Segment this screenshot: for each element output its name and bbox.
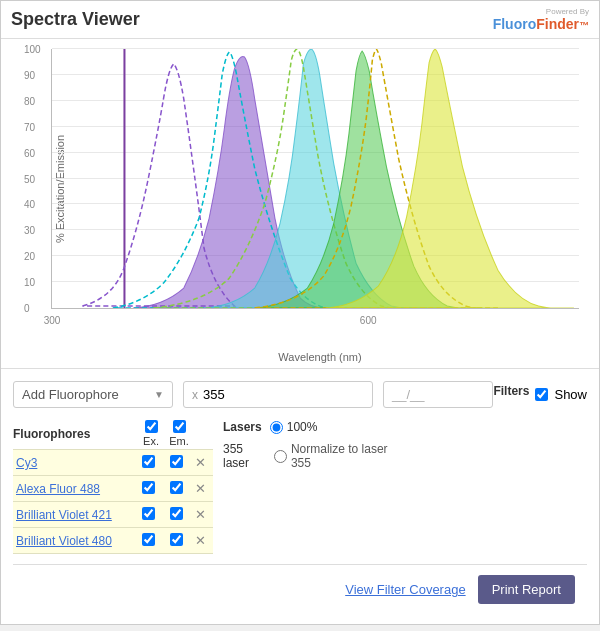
cy3-remove-button[interactable]: ✕ (190, 455, 210, 470)
filters-top-area: __/__ Filters Show (383, 381, 587, 408)
y-tick-0: 0 (24, 303, 30, 314)
y-tick-20: 20 (24, 251, 35, 262)
powered-by-label: Powered By (546, 7, 589, 16)
em-all-checkbox[interactable] (173, 420, 186, 433)
lasers-header: Lasers 100% (223, 420, 393, 434)
filters-placeholder: __/__ (392, 387, 425, 402)
percent-label: 100% (287, 420, 318, 434)
chart-area: % Excitation/Emission 100 90 80 70 60 50… (1, 39, 599, 369)
ex-label: Ex. (137, 435, 165, 447)
add-fluorophore-label: Add Fluorophore (22, 387, 119, 402)
filters-label: Filters (493, 384, 529, 398)
cy3-em-checkbox[interactable] (170, 455, 183, 468)
y-tick-90: 90 (24, 69, 35, 80)
logo-finder: Finder (536, 16, 579, 32)
fluoro-name-cy3[interactable]: Cy3 (16, 456, 37, 470)
fluoro-name-bv480[interactable]: Brilliant Violet 480 (16, 534, 112, 548)
ex-col-header: Ex. (137, 420, 165, 447)
filters-show-checkbox[interactable] (535, 388, 548, 401)
fluoro-row-cy3: Cy3 ✕ (13, 449, 213, 475)
y-tick-30: 30 (24, 225, 35, 236)
controls-top-row: Add Fluorophore ▼ x __/__ Filters Show (13, 381, 587, 408)
print-report-button[interactable]: Print Report (478, 575, 575, 604)
chart-inner: 100 90 80 70 60 50 40 30 20 10 (51, 49, 579, 309)
controls-main-row: Fluorophores Ex. Em. Cy3 (13, 420, 587, 554)
spectra-svg (52, 49, 579, 308)
fluorophores-col-header: Fluorophores (13, 427, 90, 441)
filters-show-area: Filters Show (493, 384, 587, 406)
laser-355-row: 355 laser Normalize to laser 355 (223, 442, 393, 470)
laser-x-label: x (192, 388, 198, 402)
controls-area: Add Fluorophore ▼ x __/__ Filters Show (1, 369, 599, 624)
x-axis-label: Wavelength (nm) (51, 351, 589, 363)
logo-tm: ™ (579, 20, 589, 31)
laser-355-value: 355 laser (223, 442, 266, 470)
percent-radio-area: 100% (270, 420, 318, 434)
normalize-radio-area: Normalize to laser 355 (274, 442, 393, 470)
header: Spectra Viewer Powered By FluoroFinder™ (1, 1, 599, 39)
bv421-em-checkbox[interactable] (170, 507, 183, 520)
y-tick-10: 10 (24, 277, 35, 288)
fluoro-col-headers: Fluorophores Ex. Em. (13, 420, 213, 447)
percent-radio[interactable] (270, 421, 283, 434)
alexa488-ex-checkbox[interactable] (142, 481, 155, 494)
app-title: Spectra Viewer (11, 9, 140, 30)
y-tick-70: 70 (24, 121, 35, 132)
y-tick-80: 80 (24, 95, 35, 106)
bv421-remove-button[interactable]: ✕ (190, 507, 210, 522)
x-tick-300: 300 (44, 315, 61, 326)
y-tick-100: 100 (24, 44, 41, 55)
bv480-ex-checkbox[interactable] (142, 533, 155, 546)
lasers-panel: Lasers 100% 355 laser Normalize to laser… (223, 420, 393, 470)
y-tick-40: 40 (24, 199, 35, 210)
filters-show-label: Show (554, 387, 587, 402)
fluorophores-table: Fluorophores Ex. Em. Cy3 (13, 420, 213, 554)
fluoro-finder-logo: FluoroFinder™ (493, 16, 589, 32)
normalize-label: Normalize to laser 355 (291, 442, 393, 470)
normalize-radio[interactable] (274, 450, 287, 463)
main-container: Spectra Viewer Powered By FluoroFinder™ … (0, 0, 600, 625)
bottom-bar: View Filter Coverage Print Report (13, 564, 587, 614)
view-filter-coverage-link[interactable]: View Filter Coverage (345, 582, 465, 597)
y-tick-50: 50 (24, 173, 35, 184)
fluoro-name-alexa488[interactable]: Alexa Fluor 488 (16, 482, 100, 496)
fluoro-row-alexa488: Alexa Fluor 488 ✕ (13, 475, 213, 501)
alexa488-remove-button[interactable]: ✕ (190, 481, 210, 496)
chart-wrapper: % Excitation/Emission 100 90 80 70 60 50… (11, 49, 589, 329)
fluoro-row-bv480: Brilliant Violet 480 ✕ (13, 527, 213, 554)
add-fluorophore-dropdown[interactable]: Add Fluorophore ▼ (13, 381, 173, 408)
fluoro-row-bv421: Brilliant Violet 421 ✕ (13, 501, 213, 527)
x-tick-600: 600 (360, 315, 377, 326)
bv480-em-checkbox[interactable] (170, 533, 183, 546)
cy3-ex-checkbox[interactable] (142, 455, 155, 468)
bv421-ex-checkbox[interactable] (142, 507, 155, 520)
y-tick-60: 60 (24, 147, 35, 158)
fluoro-name-bv421[interactable]: Brilliant Violet 421 (16, 508, 112, 522)
alexa488-em-checkbox[interactable] (170, 481, 183, 494)
laser-value-input[interactable] (203, 387, 303, 402)
logo-area: Powered By FluoroFinder™ (493, 7, 589, 32)
lasers-title: Lasers (223, 420, 262, 434)
dropdown-arrow-icon: ▼ (154, 389, 164, 400)
laser-input-box: x (183, 381, 373, 408)
logo-fluoro: Fluoro (493, 16, 537, 32)
bv480-remove-button[interactable]: ✕ (190, 533, 210, 548)
ex-all-checkbox[interactable] (145, 420, 158, 433)
em-col-header: Em. (165, 420, 193, 447)
filters-input-box[interactable]: __/__ (383, 381, 493, 408)
em-label: Em. (165, 435, 193, 447)
